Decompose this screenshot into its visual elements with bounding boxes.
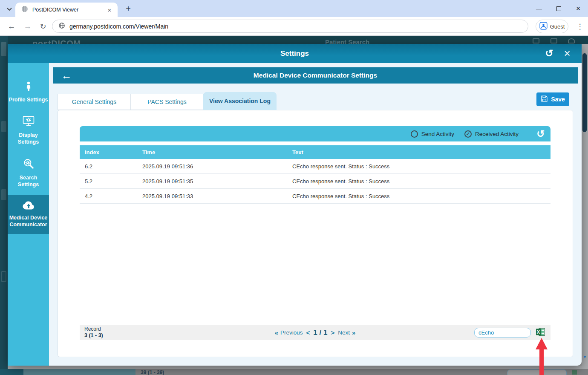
tab-view-association-log[interactable]: View Association Log <box>203 92 277 110</box>
window-controls: — × <box>529 0 588 17</box>
column-header-text: Text <box>292 149 551 156</box>
settings-content: ← Medical Device Communicator Settings G… <box>49 63 582 366</box>
sidebar-item-search-settings[interactable]: Search Settings <box>8 153 49 194</box>
double-chevron-left-icon: « <box>275 329 278 336</box>
sidebar-item-label: Search Settings <box>9 174 48 188</box>
radio-unchecked-icon <box>411 130 418 138</box>
browser-toolbar: ← → ↻ germany.postdicom.com/Viewer/Main … <box>0 17 588 36</box>
search-gear-icon <box>23 158 35 171</box>
browser-tab[interactable]: PostDICOM Viewer × <box>15 3 118 17</box>
guest-avatar-icon <box>539 22 548 32</box>
back-button[interactable]: ← <box>5 17 18 36</box>
profile-button[interactable]: Guest <box>536 20 568 33</box>
next-label: Next <box>338 329 350 336</box>
dimmed-sidebar-icon <box>1 121 6 132</box>
column-header-time: Time <box>142 149 292 156</box>
save-button[interactable]: Save <box>536 92 569 106</box>
page-indicator: 1 / 1 <box>313 329 327 337</box>
dimmed-footer-left <box>0 369 23 375</box>
dimmed-header-icon <box>533 38 539 43</box>
dimmed-app-header: postDICOM Patient Search <box>0 36 588 44</box>
address-bar[interactable]: germany.postdicom.com/Viewer/Main <box>52 20 528 33</box>
column-header-index: Index <box>80 149 142 156</box>
dimmed-page-strip <box>8 366 588 369</box>
sidebar-item-label: Profile Settings <box>9 96 48 103</box>
tab-search-button[interactable] <box>4 4 14 14</box>
chevron-right-icon[interactable]: > <box>331 329 334 336</box>
cell-time: 2025.09.19 09:51:36 <box>142 163 292 170</box>
dimmed-sidebar-icon <box>1 271 6 282</box>
cell-index: 4.2 <box>80 193 142 199</box>
screen: PostDICOM Viewer × + — × ← → ↻ germany.p… <box>0 0 588 375</box>
tab-title: PostDICOM Viewer <box>32 7 106 13</box>
cloud-icon <box>22 200 35 211</box>
previous-page-button[interactable]: « Previous <box>275 329 303 336</box>
association-log-panel: Send Activity ✓ Received Activity ↺ Inde… <box>80 126 551 339</box>
scroll-down-arrow[interactable]: ▼ <box>583 355 587 359</box>
export-excel-button[interactable]: X <box>536 329 545 337</box>
tab-pacs-settings[interactable]: PACS Settings <box>130 94 204 110</box>
cell-text: CEcho response sent. Status : Success <box>292 163 551 170</box>
new-tab-button[interactable]: + <box>123 3 134 14</box>
person-icon <box>24 81 33 93</box>
scrollbar-thumb[interactable] <box>582 53 587 132</box>
site-info-icon[interactable] <box>58 22 65 31</box>
sidebar-item-display-settings[interactable]: Display Settings <box>8 110 49 151</box>
cell-text: CEcho response sent. Status : Success <box>292 193 551 199</box>
subheader: ← Medical Device Communicator Settings <box>53 67 578 84</box>
chevron-down-icon <box>7 5 12 13</box>
log-table: Index Time Text 6.2 2025.09.19 09:51:36 … <box>80 145 551 204</box>
dimmed-header-icon <box>551 38 557 43</box>
dimmed-record-count: 39 (1 - 39) <box>141 369 164 375</box>
forward-button[interactable]: → <box>21 17 34 36</box>
toolbar-divider <box>529 128 529 139</box>
footer-right-group: X <box>474 328 545 338</box>
next-page-button[interactable]: Next » <box>338 329 355 336</box>
settings-modal-title: Settings <box>280 49 309 58</box>
table-row: 6.2 2025.09.19 09:51:36 CEcho response s… <box>80 159 551 174</box>
pagination: « Previous < 1 / 1 > Next » <box>275 329 356 337</box>
cell-time: 2025.09.19 09:51:33 <box>142 193 292 199</box>
log-footer: Record 3 (1 - 3) « Previous < 1 / 1 > <box>80 325 551 340</box>
dimmed-app-sidebar <box>0 36 8 375</box>
tab-general-settings[interactable]: General Settings <box>58 94 131 110</box>
sidebar-item-medical-device-communicator[interactable]: Medical Device Communicator <box>8 195 49 234</box>
back-arrow-button[interactable]: ← <box>59 67 74 84</box>
log-search-input[interactable] <box>474 328 531 338</box>
table-header-row: Index Time Text <box>80 145 551 159</box>
sidebar-item-profile-settings[interactable]: Profile Settings <box>8 76 49 109</box>
window-close-button[interactable]: × <box>568 0 588 17</box>
radio-checked-icon: ✓ <box>464 130 472 138</box>
sidebar-item-label: Medical Device Communicator <box>9 214 48 228</box>
reload-button[interactable]: ↻ <box>37 17 49 36</box>
sidebar-item-label: Display Settings <box>9 132 48 145</box>
chevron-left-icon[interactable]: < <box>306 329 310 336</box>
display-gear-icon <box>22 115 35 129</box>
modal-close-button[interactable]: × <box>559 44 576 63</box>
save-button-label: Save <box>551 96 565 103</box>
maximize-button[interactable] <box>549 0 568 17</box>
svg-text:X: X <box>536 329 540 335</box>
annotation-arrow-head <box>536 338 548 349</box>
settings-modal: Settings ↺ × Profile Settings Display Se… <box>8 44 582 366</box>
log-toolbar: Send Activity ✓ Received Activity ↺ <box>80 126 551 141</box>
dimmed-sidebar-icon <box>1 189 6 200</box>
send-activity-radio[interactable]: Send Activity <box>411 130 454 138</box>
received-activity-radio[interactable]: ✓ Received Activity <box>464 130 519 138</box>
previous-label: Previous <box>280 329 303 336</box>
favicon <box>21 6 28 14</box>
annotation-arrow-shaft <box>539 349 544 375</box>
record-summary: Record 3 (1 - 3) <box>80 326 103 338</box>
browser-tabstrip: PostDICOM Viewer × + — × <box>0 0 588 17</box>
dimmed-excel-icon <box>572 370 577 375</box>
browser-menu-button[interactable]: ⋮ <box>574 17 586 36</box>
check-icon: ✓ <box>466 132 470 136</box>
minimize-button[interactable]: — <box>529 0 549 17</box>
tab-close-icon[interactable]: × <box>106 6 113 14</box>
log-refresh-button[interactable]: ↺ <box>534 126 547 141</box>
subheader-title: Medical Device Communicator Settings <box>254 72 377 79</box>
modal-refresh-button[interactable]: ↺ <box>541 44 558 63</box>
double-chevron-right-icon: » <box>352 329 355 336</box>
dimmed-page-title: Patient Search <box>325 38 369 44</box>
maximize-icon <box>556 6 561 11</box>
